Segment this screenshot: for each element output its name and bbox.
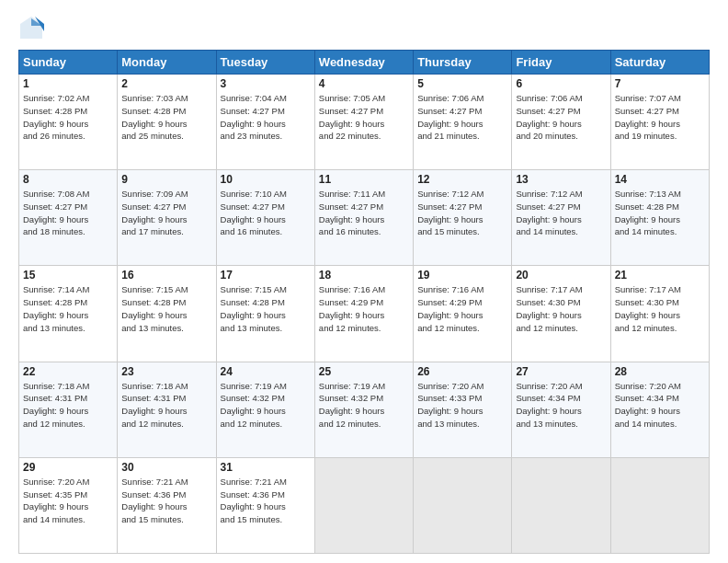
- day-info: Sunrise: 7:17 AM Sunset: 4:30 PM Dayligh…: [516, 283, 606, 334]
- col-header-friday: Friday: [512, 51, 610, 75]
- day-info: Sunrise: 7:16 AM Sunset: 4:29 PM Dayligh…: [319, 283, 409, 334]
- day-cell: 2Sunrise: 7:03 AM Sunset: 4:28 PM Daylig…: [118, 75, 216, 170]
- calendar-table: SundayMondayTuesdayWednesdayThursdayFrid…: [18, 50, 710, 554]
- day-number: 25: [319, 365, 409, 378]
- day-number: 19: [417, 269, 507, 282]
- day-number: 4: [319, 77, 409, 90]
- day-info: Sunrise: 7:05 AM Sunset: 4:27 PM Dayligh…: [319, 92, 409, 143]
- day-cell: 16Sunrise: 7:15 AM Sunset: 4:28 PM Dayli…: [118, 266, 216, 362]
- day-info: Sunrise: 7:12 AM Sunset: 4:27 PM Dayligh…: [516, 188, 606, 238]
- day-info: Sunrise: 7:19 AM Sunset: 4:32 PM Dayligh…: [319, 380, 409, 431]
- col-header-saturday: Saturday: [610, 51, 709, 75]
- week-row-5: 29Sunrise: 7:20 AM Sunset: 4:35 PM Dayli…: [19, 457, 710, 553]
- col-header-thursday: Thursday: [414, 51, 512, 75]
- day-info: Sunrise: 7:07 AM Sunset: 4:27 PM Dayligh…: [615, 92, 705, 143]
- day-number: 8: [23, 173, 113, 186]
- day-number: 3: [221, 77, 311, 90]
- day-number: 22: [23, 365, 113, 378]
- day-number: 20: [516, 269, 606, 282]
- day-cell: 24Sunrise: 7:19 AM Sunset: 4:32 PM Dayli…: [216, 362, 314, 457]
- logo: [18, 15, 48, 40]
- day-cell: 21Sunrise: 7:17 AM Sunset: 4:30 PM Dayli…: [610, 266, 709, 362]
- day-number: 29: [23, 461, 113, 474]
- day-number: 16: [121, 269, 211, 282]
- col-header-tuesday: Tuesday: [216, 51, 314, 75]
- day-cell: 20Sunrise: 7:17 AM Sunset: 4:30 PM Dayli…: [512, 266, 610, 362]
- day-number: 2: [121, 77, 211, 90]
- day-cell: 5Sunrise: 7:06 AM Sunset: 4:27 PM Daylig…: [414, 75, 512, 170]
- day-number: 7: [615, 77, 705, 90]
- day-number: 31: [221, 461, 311, 474]
- day-info: Sunrise: 7:17 AM Sunset: 4:30 PM Dayligh…: [615, 283, 705, 334]
- day-cell: [610, 457, 709, 553]
- day-cell: [314, 457, 413, 553]
- day-cell: 26Sunrise: 7:20 AM Sunset: 4:33 PM Dayli…: [414, 362, 512, 457]
- day-info: Sunrise: 7:11 AM Sunset: 4:27 PM Dayligh…: [319, 188, 409, 238]
- day-info: Sunrise: 7:16 AM Sunset: 4:29 PM Dayligh…: [417, 283, 507, 334]
- day-info: Sunrise: 7:21 AM Sunset: 4:36 PM Dayligh…: [221, 476, 311, 526]
- day-cell: 3Sunrise: 7:04 AM Sunset: 4:27 PM Daylig…: [216, 75, 314, 170]
- day-info: Sunrise: 7:21 AM Sunset: 4:36 PM Dayligh…: [121, 476, 211, 526]
- day-number: 23: [121, 365, 211, 378]
- day-number: 10: [221, 173, 311, 186]
- day-info: Sunrise: 7:15 AM Sunset: 4:28 PM Dayligh…: [221, 283, 311, 334]
- col-header-wednesday: Wednesday: [314, 51, 413, 75]
- day-number: 13: [516, 173, 606, 186]
- header-row: SundayMondayTuesdayWednesdayThursdayFrid…: [19, 51, 710, 75]
- day-cell: [512, 457, 610, 553]
- day-cell: 7Sunrise: 7:07 AM Sunset: 4:27 PM Daylig…: [610, 75, 709, 170]
- day-info: Sunrise: 7:14 AM Sunset: 4:28 PM Dayligh…: [23, 283, 113, 334]
- week-row-1: 1Sunrise: 7:02 AM Sunset: 4:28 PM Daylig…: [19, 75, 710, 170]
- day-cell: 31Sunrise: 7:21 AM Sunset: 4:36 PM Dayli…: [216, 457, 314, 553]
- day-info: Sunrise: 7:20 AM Sunset: 4:35 PM Dayligh…: [23, 476, 113, 526]
- day-info: Sunrise: 7:06 AM Sunset: 4:27 PM Dayligh…: [417, 92, 507, 143]
- day-cell: 9Sunrise: 7:09 AM Sunset: 4:27 PM Daylig…: [118, 170, 216, 266]
- col-header-sunday: Sunday: [19, 51, 118, 75]
- day-cell: 18Sunrise: 7:16 AM Sunset: 4:29 PM Dayli…: [314, 266, 413, 362]
- day-cell: 19Sunrise: 7:16 AM Sunset: 4:29 PM Dayli…: [414, 266, 512, 362]
- day-number: 15: [23, 269, 113, 282]
- day-cell: 8Sunrise: 7:08 AM Sunset: 4:27 PM Daylig…: [19, 170, 118, 266]
- day-cell: 29Sunrise: 7:20 AM Sunset: 4:35 PM Dayli…: [19, 457, 118, 553]
- day-cell: 14Sunrise: 7:13 AM Sunset: 4:28 PM Dayli…: [610, 170, 709, 266]
- day-info: Sunrise: 7:20 AM Sunset: 4:34 PM Dayligh…: [516, 380, 606, 431]
- day-cell: 30Sunrise: 7:21 AM Sunset: 4:36 PM Dayli…: [118, 457, 216, 553]
- day-info: Sunrise: 7:04 AM Sunset: 4:27 PM Dayligh…: [221, 92, 311, 143]
- day-cell: [414, 457, 512, 553]
- day-cell: 22Sunrise: 7:18 AM Sunset: 4:31 PM Dayli…: [19, 362, 118, 457]
- day-number: 14: [615, 173, 705, 186]
- day-number: 17: [221, 269, 311, 282]
- day-info: Sunrise: 7:18 AM Sunset: 4:31 PM Dayligh…: [121, 380, 211, 431]
- week-row-3: 15Sunrise: 7:14 AM Sunset: 4:28 PM Dayli…: [19, 266, 710, 362]
- day-cell: 10Sunrise: 7:10 AM Sunset: 4:27 PM Dayli…: [216, 170, 314, 266]
- day-info: Sunrise: 7:10 AM Sunset: 4:27 PM Dayligh…: [221, 188, 311, 238]
- day-info: Sunrise: 7:13 AM Sunset: 4:28 PM Dayligh…: [615, 188, 705, 238]
- day-cell: 15Sunrise: 7:14 AM Sunset: 4:28 PM Dayli…: [19, 266, 118, 362]
- day-cell: 28Sunrise: 7:20 AM Sunset: 4:34 PM Dayli…: [610, 362, 709, 457]
- col-header-monday: Monday: [118, 51, 216, 75]
- day-cell: 4Sunrise: 7:05 AM Sunset: 4:27 PM Daylig…: [314, 75, 413, 170]
- day-info: Sunrise: 7:12 AM Sunset: 4:27 PM Dayligh…: [417, 188, 507, 238]
- day-info: Sunrise: 7:02 AM Sunset: 4:28 PM Dayligh…: [23, 92, 113, 143]
- week-row-4: 22Sunrise: 7:18 AM Sunset: 4:31 PM Dayli…: [19, 362, 710, 457]
- day-number: 18: [319, 269, 409, 282]
- day-number: 1: [23, 77, 113, 90]
- day-cell: 1Sunrise: 7:02 AM Sunset: 4:28 PM Daylig…: [19, 75, 118, 170]
- logo-icon: [18, 15, 44, 40]
- day-info: Sunrise: 7:06 AM Sunset: 4:27 PM Dayligh…: [516, 92, 606, 143]
- day-number: 6: [516, 77, 606, 90]
- day-cell: 6Sunrise: 7:06 AM Sunset: 4:27 PM Daylig…: [512, 75, 610, 170]
- day-cell: 25Sunrise: 7:19 AM Sunset: 4:32 PM Dayli…: [314, 362, 413, 457]
- day-number: 9: [121, 173, 211, 186]
- day-info: Sunrise: 7:09 AM Sunset: 4:27 PM Dayligh…: [121, 188, 211, 238]
- day-info: Sunrise: 7:20 AM Sunset: 4:34 PM Dayligh…: [615, 380, 705, 431]
- day-info: Sunrise: 7:20 AM Sunset: 4:33 PM Dayligh…: [417, 380, 507, 431]
- day-cell: 17Sunrise: 7:15 AM Sunset: 4:28 PM Dayli…: [216, 266, 314, 362]
- day-info: Sunrise: 7:18 AM Sunset: 4:31 PM Dayligh…: [23, 380, 113, 431]
- day-cell: 27Sunrise: 7:20 AM Sunset: 4:34 PM Dayli…: [512, 362, 610, 457]
- day-number: 24: [221, 365, 311, 378]
- day-info: Sunrise: 7:03 AM Sunset: 4:28 PM Dayligh…: [121, 92, 211, 143]
- day-info: Sunrise: 7:19 AM Sunset: 4:32 PM Dayligh…: [221, 380, 311, 431]
- day-number: 27: [516, 365, 606, 378]
- day-cell: 12Sunrise: 7:12 AM Sunset: 4:27 PM Dayli…: [414, 170, 512, 266]
